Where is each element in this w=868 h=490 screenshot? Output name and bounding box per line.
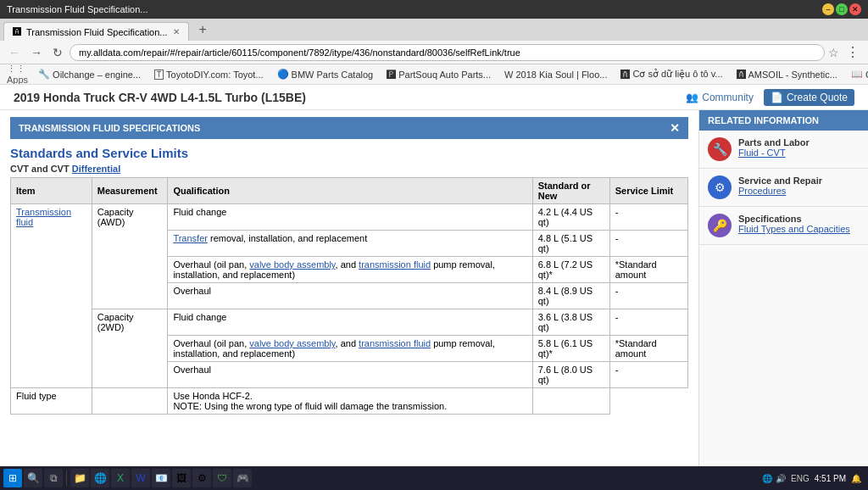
browser-taskbar[interactable]: 🌐 <box>91 469 109 487</box>
bookmark-button[interactable]: ☆ <box>828 46 839 59</box>
related-parts-labor[interactable]: 🔧 Parts and Labor Fluid - CVT <box>699 131 868 169</box>
taskbar-right: 🌐 🔊 ENG 4:51 PM 🔔 <box>762 474 865 483</box>
cell-qualification: Overhaul <box>168 283 532 309</box>
system-tray: 🌐 🔊 <box>762 474 786 483</box>
refresh-button[interactable]: ↻ <box>49 44 66 61</box>
bookmark-oilchange[interactable]: 🔧 Oilchange – engine... <box>35 67 144 81</box>
bookmark-vn[interactable]: 🅰 Cơ sở dữ liệu ô tô v... <box>617 67 726 81</box>
related-specifications[interactable]: 🔑 Specifications Fluid Types and Capacit… <box>699 207 868 245</box>
valve-body-assembly-link[interactable]: valve body assembly <box>249 259 335 270</box>
cell-limit: *Standard amount <box>609 336 687 362</box>
cell-measurement: Capacity (2WD) <box>92 309 168 388</box>
url-input[interactable] <box>70 44 825 61</box>
transmission-fluid-link[interactable]: transmission fluid <box>359 338 431 348</box>
file-explorer-icon: 📁 <box>74 472 86 484</box>
search-taskbar-icon: 🔍 <box>27 472 40 484</box>
parts-labor-icon: 🔧 <box>708 137 732 161</box>
bookmark-bmw[interactable]: 🔵 BMW Parts Catalog <box>274 67 377 81</box>
specifications-subtitle[interactable]: Fluid Types and Capacities <box>738 224 860 234</box>
excel-taskbar[interactable]: X <box>111 469 130 487</box>
bookmark-partsouq[interactable]: 🅿 PartSouq Auto Parts... <box>383 68 494 81</box>
start-button[interactable]: ⊞ <box>3 469 22 487</box>
section-header: TRANSMISSION FLUID SPECIFICATIONS ✕ <box>10 117 688 139</box>
photos-taskbar[interactable]: 🖼 <box>172 469 191 487</box>
bookmark-kia[interactable]: W 2018 Kia Soul | Floo... <box>501 68 610 81</box>
forward-button[interactable]: → <box>27 44 46 61</box>
cell-qualification: Overhaul (oil pan, valve body assembly, … <box>168 257 532 283</box>
game-taskbar[interactable]: 🎮 <box>233 469 252 487</box>
apps-label[interactable]: ⋮⋮ Apps <box>7 64 28 85</box>
section-close-button[interactable]: ✕ <box>670 121 680 135</box>
service-repair-subtitle[interactable]: Procedures <box>738 186 860 196</box>
bookmark-owner[interactable]: 📖 Owner's Manuals <box>848 67 868 81</box>
bookmark-toyotadiy[interactable]: 🅃 ToyotoDIY.com: Toyot... <box>151 68 267 81</box>
cell-limit: - <box>609 362 687 388</box>
window-controls[interactable]: – □ ✕ <box>822 3 861 15</box>
cell-limit: - <box>609 231 687 257</box>
related-service-repair[interactable]: ⚙ Service and Repair Procedures <box>699 169 868 207</box>
settings-icon: ⚙ <box>198 472 207 484</box>
col-header-item: Item <box>11 178 92 204</box>
notification-button[interactable]: 🔔 <box>851 474 861 483</box>
transfer-link[interactable]: Transfer <box>173 233 208 243</box>
tab-favicon: 🅰 <box>13 27 21 36</box>
cell-standard: 4.2 L (4.4 US qt) <box>532 204 609 231</box>
menu-button[interactable]: ⋮ <box>843 42 863 62</box>
cell-qualification: Overhaul (oil pan, valve body assembly, … <box>168 336 532 362</box>
table-row: Fluid typeUse Honda HCF-2.NOTE: Using th… <box>11 388 688 415</box>
parts-labor-subtitle[interactable]: Fluid - CVT <box>738 148 860 158</box>
parts-labor-text: Parts and Labor Fluid - CVT <box>738 137 860 158</box>
differential-link[interactable]: Differential <box>72 164 120 174</box>
bookmark-icon: 🔧 <box>38 69 50 80</box>
shield-taskbar[interactable]: 🛡 <box>213 469 231 487</box>
bookmark-label-6: Cơ sở dữ liệu ô tô v... <box>632 69 722 80</box>
active-tab[interactable]: 🅰 Transmission Fluid Specification... ✕ <box>3 22 189 41</box>
cell-item[interactable]: Transmission fluid <box>11 204 92 388</box>
cell-qualification: Transfer removal, installation, and repl… <box>168 231 532 257</box>
valve-body-assembly-link[interactable]: valve body assembly <box>249 338 335 348</box>
tab-title: Transmission Fluid Specification... <box>26 27 168 37</box>
cell-standard: 4.8 L (5.1 US qt) <box>532 231 609 257</box>
sidebar: RELATED INFORMATION 🔧 Parts and Labor Fl… <box>698 110 868 466</box>
bookmark-icon-8: 📖 <box>851 69 863 80</box>
word-icon: W <box>136 472 145 484</box>
tab-close-button[interactable]: ✕ <box>173 27 180 36</box>
close-button[interactable]: ✕ <box>849 3 861 15</box>
clock: 4:51 PM <box>815 474 846 483</box>
minimize-button[interactable]: – <box>822 3 834 15</box>
create-quote-button[interactable]: 📄 Create Quote <box>764 89 854 106</box>
maximize-button[interactable]: □ <box>836 3 848 15</box>
bookmark-amsoil[interactable]: 🅰 AMSOIL - Synthetic... <box>733 68 841 81</box>
word-taskbar[interactable]: W <box>131 469 150 487</box>
cell-standard: 6.8 L (7.2 US qt)* <box>532 257 609 283</box>
specifications-icon: 🔑 <box>708 214 732 237</box>
cell-limit: - <box>609 309 687 336</box>
game-icon: 🎮 <box>236 472 249 484</box>
outlook-taskbar[interactable]: 📧 <box>152 469 170 487</box>
community-button[interactable]: 👥 Community <box>686 92 754 103</box>
taskbar: ⊞ 🔍 ⧉ 📁 🌐 X W 📧 🖼 ⚙ 🛡 🎮 🌐 🔊 ENG 4:51 PM … <box>0 466 868 490</box>
task-view-button[interactable]: ⧉ <box>44 469 63 487</box>
community-label: Community <box>702 92 754 103</box>
cell-standard: 7.6 L (8.0 US qt) <box>532 362 609 388</box>
search-taskbar-button[interactable]: 🔍 <box>24 469 42 487</box>
transmission-fluid-link[interactable]: transmission fluid <box>359 259 431 270</box>
section-header-text: TRANSMISSION FLUID SPECIFICATIONS <box>19 123 200 133</box>
settings-taskbar[interactable]: ⚙ <box>192 469 211 487</box>
quote-label: Create Quote <box>787 92 848 103</box>
file-explorer-taskbar[interactable]: 📁 <box>70 469 89 487</box>
outlook-icon: 📧 <box>155 472 168 484</box>
cell-qualification <box>92 388 168 415</box>
tab-bar: 🅰 Transmission Fluid Specification... ✕ … <box>0 19 868 41</box>
cell-limit: *Standard amount <box>609 257 687 283</box>
service-repair-icon: ⚙ <box>708 175 732 199</box>
specifications-title: Specifications <box>738 214 860 224</box>
bookmark-icon-3: 🔵 <box>277 69 289 80</box>
os-title-bar: Transmission Fluid Specification... – □ … <box>0 0 868 19</box>
os-title-text: Transmission Fluid Specification... <box>7 4 817 14</box>
new-tab-button[interactable]: + <box>192 19 214 41</box>
page-title-bar: 2019 Honda Truck CR-V 4WD L4-1.5L Turbo … <box>0 85 868 110</box>
back-button[interactable]: ← <box>5 44 24 61</box>
cell-standard: 5.8 L (6.1 US qt)* <box>532 336 609 362</box>
service-repair-title: Service and Repair <box>738 175 860 186</box>
